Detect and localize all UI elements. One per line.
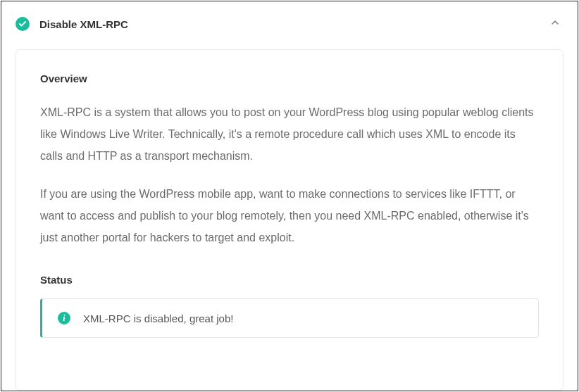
settings-panel: Disable XML-RPC Overview XML-RPC is a sy… <box>1 1 578 391</box>
status-notice: i XML-RPC is disabled, great job! <box>40 298 539 338</box>
overview-paragraph-1: XML-RPC is a system that allows you to p… <box>40 101 539 167</box>
overview-paragraph-2: If you are using the WordPress mobile ap… <box>40 183 539 249</box>
overview-heading: Overview <box>40 72 539 84</box>
status-message: XML-RPC is disabled, great job! <box>83 312 233 324</box>
status-heading: Status <box>40 274 539 286</box>
accordion-header[interactable]: Disable XML-RPC <box>1 1 578 49</box>
content-card: Overview XML-RPC is a system that allows… <box>15 49 564 391</box>
info-icon: i <box>58 312 70 324</box>
check-circle-icon <box>15 17 30 31</box>
chevron-up-icon[interactable] <box>547 14 564 34</box>
accordion-title: Disable XML-RPC <box>39 18 547 30</box>
